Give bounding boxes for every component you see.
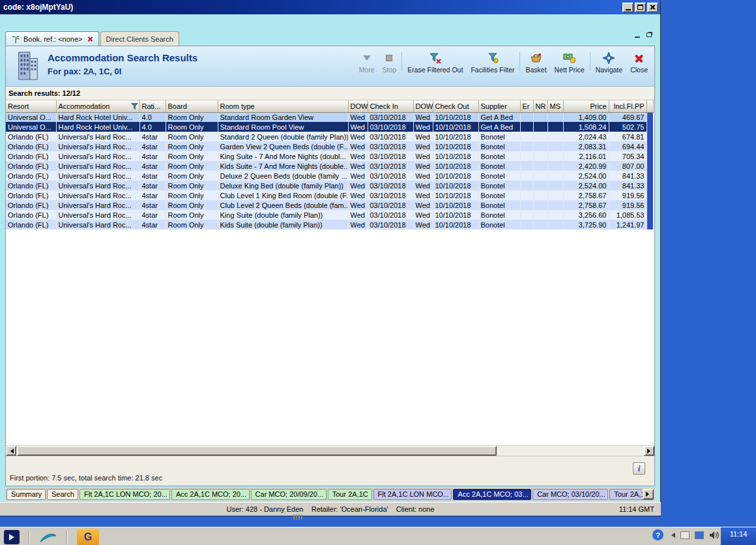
result-cell: Universal's Hard Roc...: [56, 132, 139, 141]
result-cell: [547, 200, 563, 210]
bottom-tab[interactable]: Acc 2A,1C MCO; 20...: [171, 489, 250, 500]
result-cell: Wed: [413, 190, 433, 200]
column-header[interactable]: Board: [166, 100, 218, 112]
result-row[interactable]: Orlando (FL)Universal's Hard Roc...4star…: [6, 210, 653, 220]
maximize-button[interactable]: [635, 3, 646, 12]
result-cell: [547, 190, 563, 200]
result-cell: 4star: [139, 190, 166, 200]
result-cell: Wed: [348, 151, 368, 161]
result-cell: Orlando (FL): [6, 151, 56, 161]
column-header[interactable]: Check Out: [433, 100, 478, 112]
bottom-tab[interactable]: Flt 2A,1C LON MCO; 20...: [80, 489, 170, 500]
result-cell: Bonotel: [478, 220, 520, 229]
result-row[interactable]: Orlando (FL)Universal's Hard Roc...4star…: [6, 151, 653, 161]
g-app-icon[interactable]: G: [77, 529, 99, 545]
stop-button[interactable]: Stop: [379, 49, 401, 74]
result-row[interactable]: Orlando (FL)Universal's Hard Roc...4star…: [6, 200, 653, 210]
info-button[interactable]: i: [633, 462, 645, 475]
column-header[interactable]: [647, 100, 653, 112]
result-cell: [533, 161, 547, 171]
volume-icon[interactable]: [709, 531, 720, 540]
result-cell: 1,508.24: [563, 122, 609, 132]
column-header[interactable]: Er: [520, 100, 533, 112]
bottom-tab[interactable]: Search: [47, 489, 78, 500]
result-row[interactable]: Universal O...Hard Rock Hotel Univ...4.0…: [6, 122, 653, 132]
navigate-button[interactable]: Navigate: [592, 49, 626, 74]
bottom-tab[interactable]: Car MCO; 03/10/20...: [532, 489, 608, 500]
result-cell: Orlando (FL): [6, 171, 56, 181]
result-row[interactable]: Orlando (FL)Universal's Hard Roc...4star…: [6, 220, 653, 229]
result-row[interactable]: Orlando (FL)Universal's Hard Roc...4star…: [6, 190, 653, 200]
column-header[interactable]: Check In: [368, 100, 413, 112]
scrollbar-thumb[interactable]: [17, 446, 497, 456]
result-row[interactable]: Orlando (FL)Universal's Hard Roc...4star…: [6, 132, 653, 141]
result-cell: 2,083.31: [563, 141, 609, 151]
result-row[interactable]: Orlando (FL)Universal's Hard Roc...4star…: [6, 181, 653, 190]
result-row[interactable]: Orlando (FL)Universal's Hard Roc...4star…: [6, 161, 653, 171]
bottom-tabs-scroll-right-button[interactable]: [643, 489, 654, 499]
result-cell: 10/10/2018: [433, 190, 478, 200]
erase-filtered-out-button[interactable]: Erase Filtered Out: [403, 49, 467, 74]
result-cell: [533, 181, 547, 190]
column-header[interactable]: NR: [533, 100, 547, 112]
result-row[interactable]: Universal O...Hard Rock Hotel Univ...4.0…: [6, 112, 653, 122]
scroll-right-button[interactable]: [644, 446, 654, 456]
result-cell: Bonotel: [478, 210, 520, 220]
tab-booking-ref[interactable]: Book. ref.: <none>: [5, 31, 99, 46]
column-header[interactable]: DOW: [348, 100, 368, 112]
column-header[interactable]: Supplier: [478, 100, 520, 112]
titlebar[interactable]: code: x8ojMptYaU): [0, 0, 660, 14]
column-header[interactable]: Incl.Fl.PP: [609, 100, 647, 112]
column-header[interactable]: DOW: [413, 100, 433, 112]
close-window-button[interactable]: [647, 3, 658, 12]
result-cell: Bonotel: [478, 132, 520, 141]
result-cell: Wed: [413, 132, 433, 141]
result-cell: [547, 151, 563, 161]
result-cell: Garden View 2 Queen Beds (double (F...: [218, 141, 348, 151]
result-row[interactable]: Orlando (FL)Universal's Hard Roc...4star…: [6, 141, 653, 151]
bottom-tab[interactable]: Tour 2A,1C: [328, 489, 372, 500]
nett-price-button[interactable]: Nett Price: [551, 49, 589, 74]
mdi-restore-button[interactable]: [644, 31, 654, 39]
scroll-left-button[interactable]: [6, 446, 16, 456]
swoosh-icon[interactable]: [39, 531, 57, 544]
taskbar-clock[interactable]: 11:14: [721, 527, 756, 545]
result-cell: Universal's Hard Roc...: [56, 151, 139, 161]
bottom-tab[interactable]: Car MCO; 20/09/20...: [251, 489, 327, 500]
tray-icon-2[interactable]: [695, 531, 704, 539]
column-header[interactable]: MS: [547, 100, 563, 112]
column-header[interactable]: Rati...: [139, 100, 166, 112]
hide-icons-chevron[interactable]: [669, 533, 675, 538]
minimize-button[interactable]: [622, 3, 633, 12]
bottom-tab[interactable]: Summary: [7, 489, 46, 500]
result-cell: Wed: [348, 210, 368, 220]
mdi-minimize-button[interactable]: [632, 31, 642, 39]
tab-close-icon[interactable]: [87, 36, 93, 42]
basket-button[interactable]: Basket: [521, 49, 550, 74]
close-results-button[interactable]: Close: [626, 49, 652, 74]
result-cell: Get A Bed: [478, 122, 520, 132]
bottom-tab[interactable]: Acc 2A,1C MCO; 03...: [453, 489, 531, 500]
bottom-tab-strip: SummarySearchFlt 2A,1C LON MCO; 20...Acc…: [5, 488, 655, 501]
app-window: code: x8ojMptYaU) Book. ref.: <none> Dir…: [0, 0, 661, 516]
tab-direct-clients-label: Direct Clients Search: [106, 35, 173, 43]
column-filter-icon[interactable]: [131, 103, 138, 110]
facilities-filter-button[interactable]: Facilities Filter: [467, 49, 518, 74]
result-cell: Wed: [348, 161, 368, 171]
column-header[interactable]: Room type: [218, 100, 348, 112]
media-player-icon[interactable]: [4, 530, 20, 544]
maximize-icon: [637, 5, 643, 10]
tab-direct-clients-search[interactable]: Direct Clients Search: [100, 31, 179, 46]
column-header[interactable]: Resort: [6, 100, 56, 112]
result-cell: [533, 210, 547, 220]
result-cell: [520, 151, 533, 161]
column-header[interactable]: Price: [563, 100, 609, 112]
result-row[interactable]: Orlando (FL)Universal's Hard Roc...4star…: [6, 171, 653, 181]
horizontal-scrollbar[interactable]: [6, 445, 654, 456]
bottom-tab[interactable]: Flt 2A,1C LON MCO...: [373, 489, 452, 500]
help-icon[interactable]: ?: [652, 529, 663, 540]
tray-icon-1[interactable]: [680, 531, 690, 539]
window-resize-grip[interactable]: [293, 514, 302, 520]
column-header[interactable]: Accommodation: [56, 100, 139, 112]
more-button[interactable]: More: [355, 49, 379, 74]
